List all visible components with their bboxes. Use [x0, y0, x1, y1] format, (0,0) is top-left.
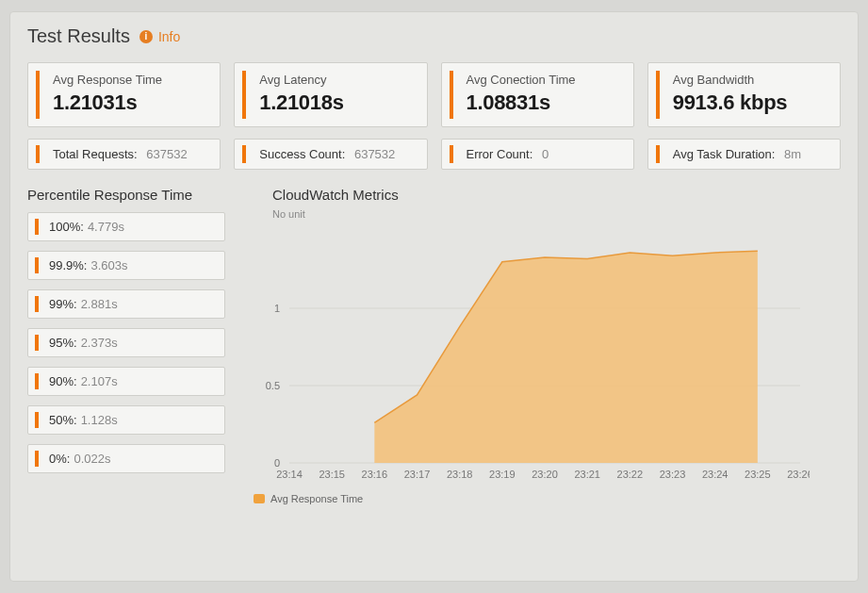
percentile-label: 50%: — [49, 413, 77, 427]
percentile-label: 100%: — [49, 220, 84, 234]
metric-value: 1.08831s — [467, 91, 622, 115]
percentile-title: Percentile Response Time — [27, 187, 225, 203]
top-metrics: Avg Response Time 1.21031s Avg Latency 1… — [27, 62, 841, 127]
svg-text:23:20: 23:20 — [532, 469, 558, 480]
svg-text:0: 0 — [274, 457, 280, 469]
percentile-row: 50%:1.128s — [27, 405, 225, 435]
counter-label: Total Requests: — [53, 147, 138, 161]
percentile-value: 4.779s — [88, 220, 124, 234]
counter-total-requests: Total Requests: 637532 — [27, 139, 221, 170]
results-panel: Test Results i Info Avg Response Time 1.… — [9, 11, 859, 582]
percentile-value: 0.022s — [74, 452, 110, 466]
cloudwatch-chart[interactable]: 00.5123:1423:1523:1623:1723:1823:1923:20… — [244, 225, 810, 489]
percentile-value: 2.373s — [81, 336, 118, 350]
metric-avg-bandwidth: Avg Bandwidth 9913.6 kbps — [647, 62, 841, 127]
counter-metrics: Total Requests: 637532 Success Count: 63… — [27, 139, 841, 170]
counter-value: 637532 — [146, 147, 187, 161]
chart-panel: CloudWatch Metrics No unit 00.5123:1423:… — [244, 187, 841, 504]
svg-text:23:25: 23:25 — [745, 469, 771, 480]
svg-text:23:22: 23:22 — [617, 469, 644, 480]
metric-label: Avg Response Time — [53, 73, 208, 87]
svg-text:23:15: 23:15 — [319, 469, 345, 480]
counter-error-count: Error Count: 0 — [441, 139, 634, 170]
percentile-value: 1.128s — [81, 413, 118, 427]
percentile-label: 95%: — [49, 336, 77, 350]
counter-value: 0 — [542, 147, 549, 161]
metric-avg-response-time: Avg Response Time 1.21031s — [27, 62, 221, 127]
svg-text:0.5: 0.5 — [266, 380, 280, 391]
metric-label: Avg Latency — [259, 73, 415, 87]
panel-header: Test Results i Info — [27, 25, 841, 47]
svg-text:23:14: 23:14 — [276, 469, 303, 480]
percentile-label: 99%: — [49, 297, 77, 311]
svg-text:1: 1 — [274, 303, 280, 314]
counter-value: 637532 — [354, 147, 395, 161]
percentile-row: 99%:2.881s — [27, 289, 225, 319]
info-link[interactable]: Info — [158, 29, 180, 44]
chart-subtitle: No unit — [272, 208, 841, 220]
percentile-panel: Percentile Response Time 100%:4.779s99.9… — [27, 187, 225, 504]
svg-text:23:23: 23:23 — [660, 469, 686, 480]
counter-label: Error Count: — [467, 147, 533, 161]
svg-text:23:26: 23:26 — [787, 469, 810, 480]
metric-label: Avg Conection Time — [467, 73, 622, 87]
legend-swatch-icon — [254, 494, 265, 503]
svg-text:23:16: 23:16 — [362, 469, 388, 480]
metric-value: 1.21018s — [259, 91, 415, 115]
svg-text:23:24: 23:24 — [702, 469, 729, 480]
percentile-row: 0%:0.022s — [27, 444, 225, 473]
percentile-label: 0%: — [49, 452, 70, 466]
chart-title: CloudWatch Metrics — [272, 187, 841, 203]
percentile-label: 90%: — [49, 374, 77, 388]
svg-text:23:18: 23:18 — [447, 469, 473, 480]
percentile-row: 99.9%:3.603s — [27, 251, 225, 280]
counter-value: 8m — [784, 147, 801, 161]
chart-legend: Avg Response Time — [254, 493, 841, 504]
percentile-value: 2.881s — [81, 297, 118, 311]
metric-value: 1.21031s — [53, 91, 208, 115]
metric-label: Avg Bandwidth — [673, 73, 828, 87]
metric-avg-latency: Avg Latency 1.21018s — [234, 62, 427, 127]
svg-text:23:17: 23:17 — [404, 469, 431, 480]
percentile-value: 3.603s — [90, 258, 127, 272]
metric-value: 9913.6 kbps — [673, 91, 828, 115]
counter-avg-task-duration: Avg Task Duration: 8m — [647, 139, 841, 170]
percentile-row: 95%:2.373s — [27, 328, 225, 357]
svg-text:23:21: 23:21 — [574, 469, 600, 480]
counter-label: Avg Task Duration: — [673, 147, 776, 161]
counter-success-count: Success Count: 637532 — [234, 139, 427, 170]
percentile-row: 100%:4.779s — [27, 212, 225, 241]
svg-text:23:19: 23:19 — [489, 469, 516, 480]
page-title: Test Results — [27, 25, 130, 47]
percentile-row: 90%:2.107s — [27, 367, 225, 396]
percentile-label: 99.9%: — [49, 258, 87, 272]
percentile-value: 2.107s — [81, 374, 118, 388]
legend-label: Avg Response Time — [270, 493, 363, 504]
metric-avg-connection-time: Avg Conection Time 1.08831s — [441, 62, 634, 127]
info-icon[interactable]: i — [139, 30, 153, 43]
counter-label: Success Count: — [259, 147, 345, 161]
